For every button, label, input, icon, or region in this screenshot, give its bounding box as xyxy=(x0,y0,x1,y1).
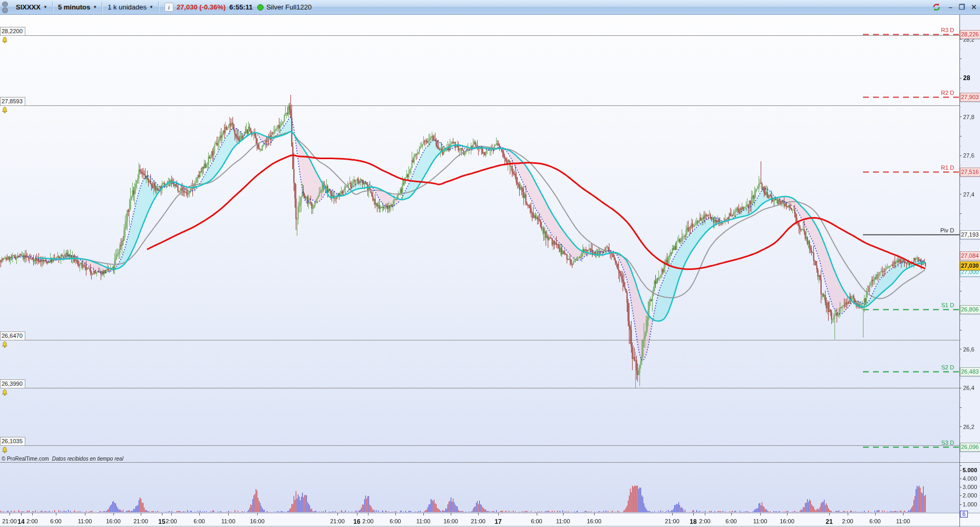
time-axis-label: 11:00 xyxy=(749,518,772,524)
close-button[interactable]: ✕ xyxy=(971,3,977,11)
alert-bell-icon[interactable] xyxy=(1,446,9,454)
price-axis-box: 27,516 xyxy=(960,168,980,177)
alert-price-label[interactable]: 26,6470 xyxy=(0,331,25,340)
chart-area[interactable]: © ProRealTime.comDatos recibidos en tiem… xyxy=(0,15,980,527)
price-axis-tick-label: 27,4 xyxy=(963,191,974,198)
price-axis-box: 26,096 xyxy=(960,443,980,452)
instrument-label: SIXXXX xyxy=(16,3,41,11)
timeframe-label: 5 minutos xyxy=(58,3,90,11)
feed-status-dot xyxy=(257,4,264,11)
pivot-level-label: S2 D xyxy=(942,365,954,370)
time-axis-label: 6:00 xyxy=(188,518,211,524)
pivot-level-label: R1 D xyxy=(941,165,954,171)
time-axis-label: 11:00 xyxy=(73,518,96,524)
refresh-icon[interactable] xyxy=(932,3,941,12)
time-axis-label: 16:00 xyxy=(246,518,269,524)
time-axis-label: 6:00 xyxy=(525,518,548,524)
alert-price-label[interactable]: 26,3990 xyxy=(0,379,25,388)
pivot-level-label: S3 D xyxy=(942,440,954,446)
window-icon[interactable] xyxy=(1,2,9,13)
time-axis-label: 11:00 xyxy=(551,518,575,524)
time-axis-label: 16:00 xyxy=(102,518,125,524)
chevron-down-icon: ▼ xyxy=(43,5,47,9)
time-axis-label: 6:00 xyxy=(720,518,743,524)
alert-bell-icon[interactable] xyxy=(1,389,9,397)
time-axis-label: 11:00 xyxy=(891,518,915,524)
alert-price-label[interactable]: 27,8593 xyxy=(0,97,25,106)
price-chart-canvas[interactable] xyxy=(0,15,980,527)
units-label: 1 k unidades xyxy=(108,3,147,11)
minimize-button[interactable]: – xyxy=(948,3,952,11)
time-axis-label: 21:00 xyxy=(129,518,152,524)
time-axis-label: 2:00 xyxy=(693,518,716,524)
time-axis-label: 2:00 xyxy=(356,518,380,524)
price-axis-tick-label: 27,6 xyxy=(963,152,974,159)
pivot-level-label: Piv D xyxy=(940,228,954,233)
time-axis-label: 2:00 xyxy=(21,518,44,524)
time-axis-label: 16:00 xyxy=(775,518,799,524)
price-axis-tick-label: 26,6 xyxy=(963,346,974,353)
time-axis-label: 2:00 xyxy=(160,518,183,524)
alert-price-label[interactable]: 28,2200 xyxy=(0,27,25,36)
time-axis-label: 16:00 xyxy=(439,518,462,524)
time-axis-label: 11:00 xyxy=(412,518,435,524)
time-axis-label: 21:00 xyxy=(661,518,684,524)
time-axis-label: 2:00 xyxy=(836,518,859,524)
alert-price-label[interactable]: 26,1035 xyxy=(0,437,25,446)
price-axis-box: 27,030 xyxy=(960,261,980,270)
copyright-text: © ProRealTime.comDatos recibidos en tiem… xyxy=(2,456,123,462)
pivot-level-label: R3 D xyxy=(941,27,954,33)
volume-current-box: 6 xyxy=(960,511,968,518)
price-axis-tick-label: 26,4 xyxy=(963,385,974,391)
volume-axis-tick-label: 5.000 xyxy=(963,467,977,473)
price-axis-box: 26,806 xyxy=(960,305,980,314)
time-axis-label: 16:00 xyxy=(583,518,606,524)
time-axis-label: 11:00 xyxy=(217,518,240,524)
alert-bell-icon[interactable] xyxy=(1,341,9,349)
volume-axis-tick-label: 3.000 xyxy=(963,484,977,490)
alert-bell-icon[interactable] xyxy=(1,106,9,114)
volume-axis-tick-label: 4.000 xyxy=(963,475,977,482)
volume-axis-tick-label: 2.000 xyxy=(963,492,977,499)
toolbar-separator xyxy=(158,2,159,13)
chevron-down-icon: ▼ xyxy=(93,5,97,9)
volume-axis-tick-label: 1.000 xyxy=(963,501,977,508)
price-axis-box: 27,084 xyxy=(960,251,980,260)
instrument-dropdown[interactable]: SIXXXX ▼ xyxy=(11,2,52,13)
pivot-level-label: S1 D xyxy=(942,302,954,308)
restore-button[interactable]: ❐ xyxy=(958,3,965,11)
alert-bell-icon[interactable] xyxy=(1,36,9,44)
price-axis-tick-label: 26,2 xyxy=(963,424,974,430)
price-axis-tick-label: 28 xyxy=(963,75,970,81)
session-time: 6:55:11 xyxy=(229,3,253,11)
timeframe-dropdown[interactable]: 5 minutos ▼ xyxy=(53,2,102,13)
pivot-level-label: R2 D xyxy=(941,90,954,96)
price-axis-box: 26,483 xyxy=(960,367,980,376)
info-icon[interactable]: i xyxy=(164,3,173,12)
time-axis-label: 17 xyxy=(487,518,510,525)
time-axis-label: 6:00 xyxy=(863,518,887,524)
last-price-change: 27,030 (-0.36%) xyxy=(177,3,226,11)
price-axis-tick-label: 27,8 xyxy=(963,114,974,120)
time-axis-label: 6:00 xyxy=(44,518,67,524)
price-axis-box: 27,903 xyxy=(960,93,980,102)
price-axis-box: 27,193 xyxy=(960,230,980,239)
chart-toolbar: SIXXXX ▼ 5 minutos ▼ 1 k unidades ▼ i 27… xyxy=(0,0,980,15)
chevron-down-icon: ▼ xyxy=(149,5,153,9)
feed-name: Silver Full1220 xyxy=(266,3,312,11)
price-axis-box: 28,226 xyxy=(960,30,980,39)
prorealtime-window: SIXXXX ▼ 5 minutos ▼ 1 k unidades ▼ i 27… xyxy=(0,0,980,527)
time-axis-label: 6:00 xyxy=(384,518,407,524)
units-dropdown[interactable]: 1 k unidades ▼ xyxy=(103,2,158,13)
